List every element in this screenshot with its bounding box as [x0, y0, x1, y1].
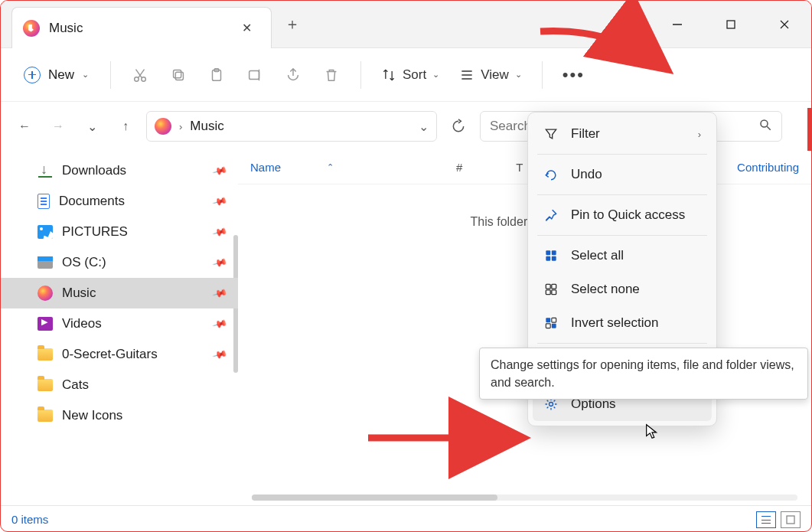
svg-rect-17 — [546, 250, 550, 255]
menu-select-none[interactable]: Select none — [533, 273, 712, 306]
view-icon — [459, 67, 474, 83]
invert-selection-icon — [543, 315, 559, 331]
menu-invert-selection[interactable]: Invert selection — [533, 306, 712, 340]
delete-button[interactable] — [315, 61, 348, 89]
music-icon — [38, 286, 53, 301]
videos-icon — [38, 317, 53, 331]
rename-button[interactable] — [238, 61, 272, 89]
svg-rect-16 — [787, 516, 794, 524]
sidebar-item-label: PICTURES — [62, 224, 128, 240]
sidebar-item-videos[interactable]: Videos📌 — [1, 308, 238, 339]
pin-icon: 📌 — [211, 255, 227, 271]
svg-rect-25 — [546, 318, 550, 322]
options-tooltip: Change settings for opening items, file … — [479, 348, 808, 400]
sort-button[interactable]: Sort ⌄ — [373, 63, 447, 87]
mouse-cursor — [644, 423, 660, 443]
sidebar-item-drive-c[interactable]: OS (C:)📌 — [1, 247, 238, 278]
column-title[interactable]: T — [516, 161, 523, 174]
svg-rect-24 — [552, 290, 556, 295]
tab-close-button[interactable]: ✕ — [236, 21, 257, 35]
titlebar: Music ✕ ＋ — [1, 1, 811, 48]
svg-point-5 — [142, 77, 146, 81]
menu-separator — [537, 154, 707, 155]
details-view-button[interactable] — [756, 511, 776, 528]
view-button[interactable]: View ⌄ — [452, 63, 530, 87]
close-window-button[interactable] — [758, 1, 811, 47]
breadcrumb-dropdown[interactable]: ⌄ — [419, 119, 429, 134]
svg-rect-18 — [552, 250, 556, 255]
column-track-number[interactable]: # — [456, 161, 462, 174]
sidebar-item-music[interactable]: Music📌 — [1, 278, 238, 308]
thumbnails-view-button[interactable] — [781, 511, 801, 528]
folder-icon — [38, 348, 53, 361]
status-bar: 0 items — [1, 505, 811, 532]
sidebar-item-label: 0-Secret-Guitars — [62, 347, 158, 362]
svg-rect-6 — [175, 72, 183, 80]
up-button[interactable]: ↑ — [113, 113, 139, 139]
back-button[interactable]: ← — [11, 113, 38, 139]
pin-icon: 📌 — [211, 286, 227, 302]
share-button[interactable] — [276, 61, 310, 89]
copy-button[interactable] — [161, 61, 195, 89]
pin-icon: 📌 — [211, 347, 227, 363]
select-none-icon — [543, 282, 559, 297]
column-headers[interactable]: Name⌃ # T Contributing — [238, 151, 811, 184]
menu-separator — [537, 343, 707, 344]
sidebar-item-downloads[interactable]: Downloads📌 — [1, 155, 238, 186]
plus-circle-icon — [24, 67, 41, 83]
new-tab-button[interactable]: ＋ — [272, 1, 313, 47]
tab-music[interactable]: Music ✕ — [11, 7, 272, 48]
svg-rect-27 — [546, 324, 550, 328]
chevron-right-icon: › — [698, 129, 701, 140]
sidebar-item-label: New Icons — [62, 408, 122, 423]
new-button[interactable]: New ⌄ — [15, 62, 98, 88]
pin-icon — [543, 207, 559, 223]
svg-rect-19 — [546, 256, 550, 261]
sidebar-item-folder[interactable]: 0-Secret-Guitars📌 — [1, 339, 238, 370]
empty-folder-message: This folder is empty. — [238, 184, 811, 229]
sidebar-item-folder[interactable]: Cats — [1, 370, 238, 400]
menu-select-all[interactable]: Select all — [533, 239, 712, 273]
tab-title: Music — [49, 21, 83, 36]
maximize-button[interactable] — [704, 1, 758, 47]
svg-point-4 — [135, 77, 139, 81]
sidebar-item-label: Downloads — [62, 163, 126, 178]
refresh-button[interactable] — [445, 119, 472, 134]
sidebar-item-pictures[interactable]: PICTURES📌 — [1, 217, 238, 247]
view-label: View — [481, 67, 509, 83]
svg-rect-26 — [552, 318, 556, 322]
search-icon[interactable] — [758, 118, 772, 135]
menu-filter[interactable]: Filter › — [533, 117, 712, 151]
menu-label: Select none — [571, 282, 640, 297]
folder-icon — [38, 410, 53, 422]
menu-separator — [537, 194, 707, 195]
horizontal-scrollbar[interactable] — [252, 494, 797, 501]
chevron-down-icon: ⌄ — [515, 70, 522, 80]
forward-button[interactable]: → — [45, 113, 71, 139]
menu-pin-quick-access[interactable]: Pin to Quick access — [533, 198, 712, 232]
column-name[interactable]: Name⌃ — [250, 161, 334, 174]
undo-icon — [543, 167, 559, 182]
recent-dropdown[interactable]: ⌄ — [79, 113, 105, 139]
pin-icon: 📌 — [211, 316, 227, 332]
column-contributing[interactable]: Contributing — [737, 161, 799, 174]
cut-button[interactable] — [123, 61, 157, 89]
sort-ascending-icon: ⌃ — [327, 162, 334, 172]
sidebar-item-folder[interactable]: New Icons — [1, 400, 238, 431]
sidebar[interactable]: Downloads📌 Documents📌 PICTURES📌 OS (C:)📌… — [1, 151, 238, 505]
sidebar-item-label: Videos — [62, 316, 102, 331]
sidebar-item-label: Music — [62, 286, 96, 301]
breadcrumb[interactable]: › Music ⌄ — [146, 111, 437, 142]
svg-point-29 — [549, 403, 553, 406]
menu-separator — [537, 235, 707, 236]
filter-icon — [543, 126, 559, 142]
sidebar-item-documents[interactable]: Documents📌 — [1, 186, 238, 217]
pin-icon: 📌 — [211, 163, 227, 179]
music-folder-icon — [155, 118, 171, 135]
paste-button[interactable] — [200, 61, 233, 89]
svg-rect-23 — [546, 290, 550, 295]
menu-undo[interactable]: Undo — [533, 158, 712, 191]
svg-rect-21 — [546, 284, 550, 289]
svg-rect-22 — [552, 284, 556, 289]
separator — [360, 61, 361, 89]
